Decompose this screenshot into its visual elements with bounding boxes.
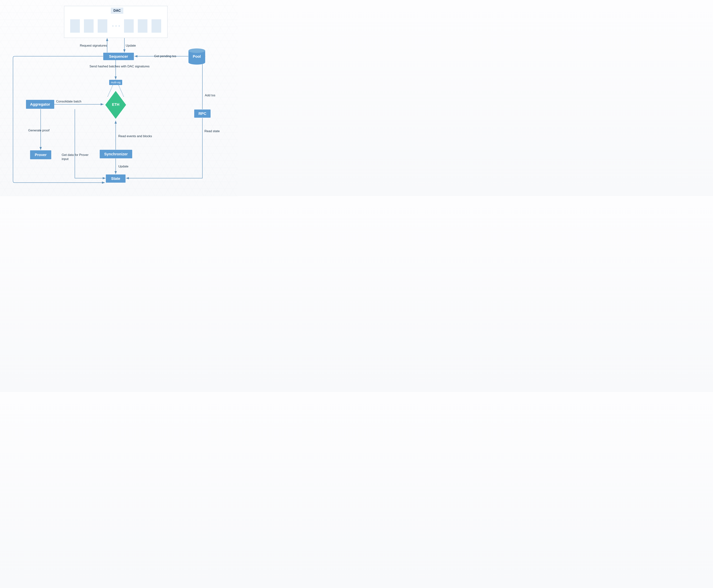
dac-member <box>98 19 107 33</box>
edge-label: Update <box>118 165 128 168</box>
dac-member <box>124 19 134 33</box>
node-label: multi-sig <box>111 81 121 84</box>
pool-node: Pool <box>188 48 205 62</box>
edge-label: Read events and blocks <box>118 134 152 138</box>
edge-label: Request signatures <box>80 44 107 47</box>
edge-label: Update <box>126 44 136 47</box>
edge-label: Generate proof <box>28 129 49 132</box>
synchronizer-node: Synchronizer <box>100 150 132 158</box>
node-label: State <box>111 176 120 181</box>
state-node: State <box>106 174 125 183</box>
svg-line-4 <box>108 85 113 97</box>
svg-line-5 <box>119 85 124 97</box>
rpc-node: RPC <box>194 109 210 118</box>
dac-ellipsis-icon <box>115 25 117 27</box>
dac-member <box>70 19 80 33</box>
edge-label: Add txs <box>205 93 216 97</box>
node-label: RPC <box>199 111 206 116</box>
multisig-node: multi-sig <box>109 80 122 85</box>
dac-member <box>138 19 147 33</box>
edge-label: Consolidate batch <box>56 100 81 103</box>
dac-title: DAC <box>111 7 123 14</box>
aggregator-node: Aggregator <box>26 100 54 109</box>
sequencer-node: Sequencer <box>103 53 134 60</box>
edge-label: Get pending txs <box>154 55 176 58</box>
dac-ellipsis-icon <box>112 25 114 27</box>
node-label: Sequencer <box>109 55 128 59</box>
node-label: Prover <box>35 153 46 157</box>
dac-member <box>84 19 94 33</box>
edge-label: Get data for Prover input <box>62 153 89 161</box>
edge-label: Send hashed batches with DAC signatures <box>89 65 149 68</box>
node-label: ETH <box>105 102 126 107</box>
node-label: Aggregator <box>30 102 50 107</box>
node-label: Synchronizer <box>104 152 128 156</box>
dac-ellipsis-icon <box>119 25 120 27</box>
node-label: Pool <box>188 55 205 59</box>
edge-label: Read state <box>204 129 220 133</box>
dac-member <box>151 19 161 33</box>
prover-node: Prover <box>30 150 51 159</box>
